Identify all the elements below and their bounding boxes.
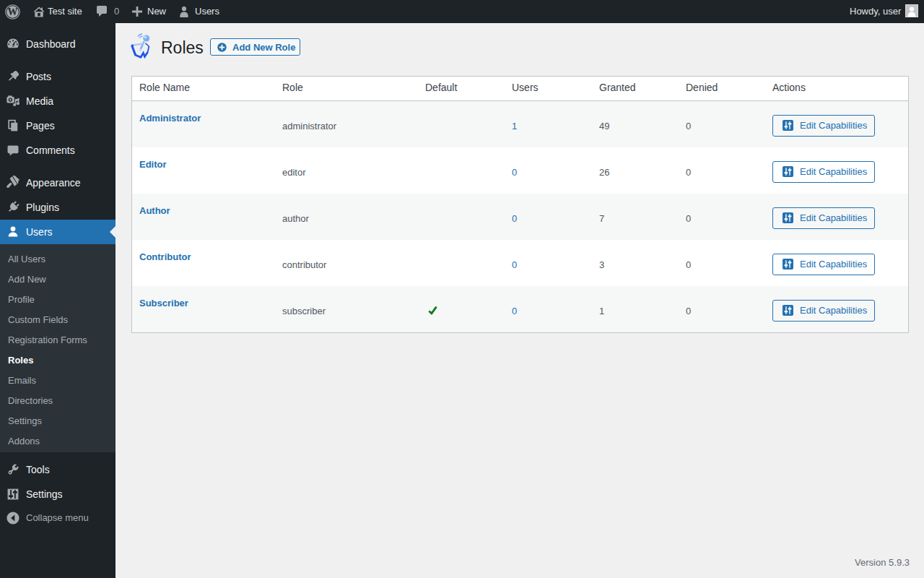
svg-text:W: W: [8, 7, 18, 17]
